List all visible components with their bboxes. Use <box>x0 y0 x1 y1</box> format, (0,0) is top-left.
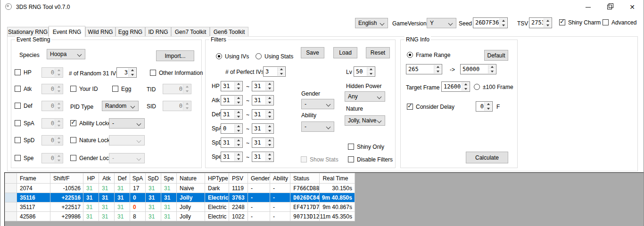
spinner-down-icon[interactable] <box>235 129 242 133</box>
column-header[interactable]: Gender <box>248 173 270 184</box>
spinner-down-icon[interactable] <box>235 101 242 105</box>
cell-iv[interactable]: 31 <box>115 212 130 221</box>
tsv-input[interactable]: 2753 <box>529 17 552 28</box>
column-header[interactable]: PSV <box>229 173 248 184</box>
filter-atk-min-input[interactable]: 31 <box>221 95 243 105</box>
column-header[interactable]: SpA <box>130 173 146 184</box>
cell-shift[interactable]: +22517 <box>50 202 83 212</box>
filter-spa-max-input[interactable]: 31 <box>252 123 274 134</box>
filter-atk-max-input[interactable]: 31 <box>252 95 274 105</box>
spinner-down-icon[interactable] <box>235 115 242 119</box>
shiny-charm-checkbox[interactable]: ✓ <box>559 19 565 25</box>
spinner-up-icon[interactable] <box>235 138 242 143</box>
spinner-down-icon[interactable] <box>266 143 273 147</box>
tab-stationary-rng[interactable]: Stationary RNG <box>7 27 49 37</box>
cell-iv[interactable]: 31 <box>161 184 177 193</box>
spinner-down-icon[interactable] <box>55 106 62 111</box>
cell-gender[interactable]: - <box>248 193 270 202</box>
column-header[interactable]: Shift/F <box>50 173 83 184</box>
restore-button[interactable] <box>599 0 620 14</box>
spinner-down-icon[interactable] <box>235 157 242 161</box>
event-atk-checkbox[interactable] <box>15 86 21 92</box>
default-button[interactable]: Default <box>484 50 508 61</box>
row-header[interactable] <box>5 193 17 202</box>
cell-iv[interactable]: 31 <box>99 212 115 221</box>
cell-psv[interactable]: 2248 <box>229 202 248 212</box>
cell-iv[interactable]: 31 <box>161 212 177 221</box>
event-def-checkbox[interactable] <box>15 103 21 109</box>
ability-locked-checkbox[interactable]: ✓ <box>70 120 76 126</box>
import-button[interactable]: Import... <box>156 50 194 61</box>
event-spe-input[interactable]: 0 <box>41 153 63 163</box>
cell-ability[interactable]: - <box>270 202 290 212</box>
cell-hptype[interactable]: Electric <box>205 212 229 221</box>
spinner-down-icon[interactable] <box>462 87 469 91</box>
ability-locked-select[interactable]: - <box>109 118 145 129</box>
cell-iv[interactable]: 31 <box>99 193 115 202</box>
seed-input[interactable]: 26D7F369 <box>473 17 508 28</box>
cell-shift[interactable]: +22516 <box>50 193 83 202</box>
spinner-down-icon[interactable] <box>367 72 374 76</box>
advanced-checkbox[interactable] <box>603 19 609 25</box>
spinner-down-icon[interactable] <box>55 159 62 163</box>
cell-psv[interactable]: 3763 <box>229 193 248 202</box>
column-header[interactable]: Frame <box>17 173 50 184</box>
spinner-up-icon[interactable] <box>462 82 469 87</box>
pid-type-select[interactable]: Random <box>102 101 139 111</box>
plus-minus-frame-radio[interactable] <box>474 84 480 90</box>
tid-input[interactable]: 0 <box>163 84 191 94</box>
minimize-button[interactable] <box>577 0 599 14</box>
cell-hptype[interactable]: Electric <box>205 193 229 202</box>
game-version-select[interactable]: Y <box>427 18 456 28</box>
cell-iv[interactable]: 0 <box>130 202 146 212</box>
event-spd-checkbox[interactable] <box>15 137 21 143</box>
spinner-down-icon[interactable] <box>434 70 441 74</box>
column-header[interactable]: Nature <box>177 173 205 184</box>
tab-gen6-toolkit[interactable]: Gen6 Toolkit <box>210 27 248 37</box>
spinner-up-icon[interactable] <box>266 124 273 129</box>
cell-real-time[interactable]: 9m 40.850s <box>320 193 355 202</box>
shiny-only-checkbox[interactable] <box>348 144 354 150</box>
cell-iv[interactable]: 31 <box>146 202 161 212</box>
event-spd-input[interactable]: 0 <box>41 135 63 145</box>
spinner-down-icon[interactable] <box>235 87 242 91</box>
row-header[interactable] <box>5 212 17 221</box>
species-select[interactable]: Hoopa <box>47 49 85 59</box>
cell-status[interactable]: F766CD88 <box>290 184 320 193</box>
spinner-up-icon[interactable] <box>367 67 374 72</box>
ability-select[interactable]: - <box>301 121 334 132</box>
frame-to-input[interactable]: 50000 <box>460 64 496 74</box>
nature-locked-checkbox[interactable] <box>70 137 76 143</box>
cell-hptype[interactable]: Dark <box>205 184 229 193</box>
filter-hp-max-input[interactable]: 31 <box>252 81 274 91</box>
cell-gender[interactable]: - <box>248 202 270 212</box>
cell-iv[interactable]: 31 <box>83 184 99 193</box>
spinner-down-icon[interactable] <box>266 101 273 105</box>
cell-status[interactable]: D026DC84 <box>290 193 320 202</box>
spinner-up-icon[interactable] <box>500 18 507 23</box>
using-ivs-radio[interactable] <box>216 53 222 59</box>
cell-real-time[interactable]: 9m 40.867s <box>320 202 355 212</box>
spinner-up-icon[interactable] <box>235 153 242 157</box>
corner-cell[interactable] <box>5 173 17 184</box>
cell-iv[interactable]: 31 <box>161 193 177 202</box>
spinner-up-icon[interactable] <box>183 85 190 89</box>
row-header[interactable] <box>5 184 17 193</box>
spinner-down-icon[interactable] <box>235 143 242 147</box>
spinner-up-icon[interactable] <box>434 65 441 69</box>
cell-ability[interactable]: - <box>270 212 290 221</box>
target-frame-input[interactable]: 12600 <box>441 81 470 92</box>
cell-iv[interactable]: 31 <box>99 184 115 193</box>
spinner-down-icon[interactable] <box>266 157 273 161</box>
load-button[interactable]: Load <box>333 47 357 58</box>
spinner-up-icon[interactable] <box>544 18 551 23</box>
hidden-power-select[interactable]: Any <box>345 91 385 102</box>
spinner-up-icon[interactable] <box>235 82 242 86</box>
filter-spd-min-input[interactable]: 31 <box>221 137 243 148</box>
sid-input[interactable]: 0 <box>163 101 191 111</box>
spinner-up-icon[interactable] <box>55 102 62 106</box>
cell-shift[interactable]: -10526 <box>50 184 83 193</box>
cell-iv[interactable]: 31 <box>99 202 115 212</box>
cell-iv[interactable]: 31 <box>83 202 99 212</box>
spinner-up-icon[interactable] <box>55 154 62 158</box>
